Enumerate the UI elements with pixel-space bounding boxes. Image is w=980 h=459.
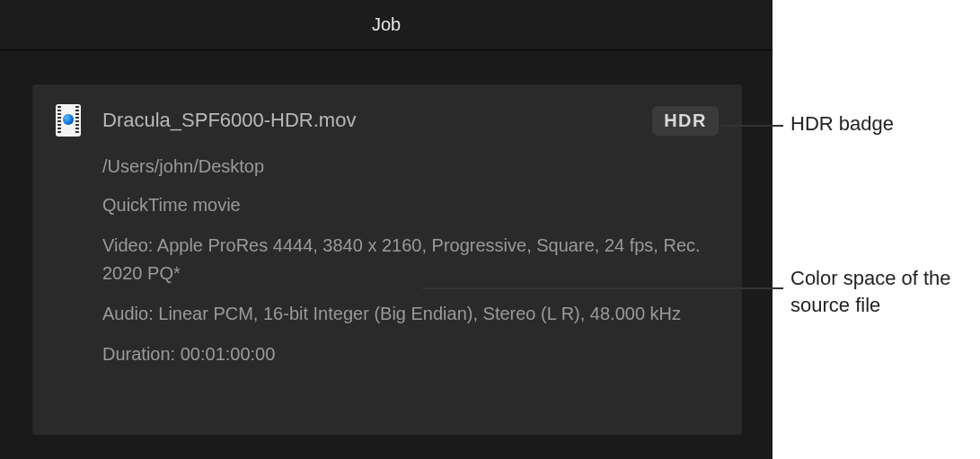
file-path: /Users/john/Desktop [102, 153, 713, 181]
callout-line-hdr [720, 125, 783, 127]
job-card[interactable]: Dracula_SPF6000-HDR.mov HDR /Users/john/… [32, 84, 742, 435]
titlebar: Job [0, 0, 773, 50]
file-name: Dracula_SPF6000-HDR.mov [102, 109, 631, 132]
annotation-colorspace: Color space of the source file [790, 265, 970, 318]
movie-file-icon [56, 104, 81, 137]
annotation-hdr-badge: HDR badge [790, 110, 894, 137]
video-info: Video: Apple ProRes 4444, 3840 x 2160, P… [102, 232, 713, 287]
file-row: Dracula_SPF6000-HDR.mov HDR [56, 104, 719, 137]
window-title: Job [372, 14, 401, 35]
job-inspector-window: Job Dracula_SPF6000-HDR.mov HDR /Users/j… [0, 0, 773, 459]
callout-line-colorspace [422, 287, 783, 289]
duration-info: Duration: 00:01:00:00 [102, 340, 713, 368]
audio-info: Audio: Linear PCM, 16-bit Integer (Big E… [102, 300, 713, 328]
container-format: QuickTime movie [102, 191, 713, 219]
job-metadata: /Users/john/Desktop QuickTime movie Vide… [102, 153, 719, 368]
hdr-badge: HDR [652, 106, 719, 136]
